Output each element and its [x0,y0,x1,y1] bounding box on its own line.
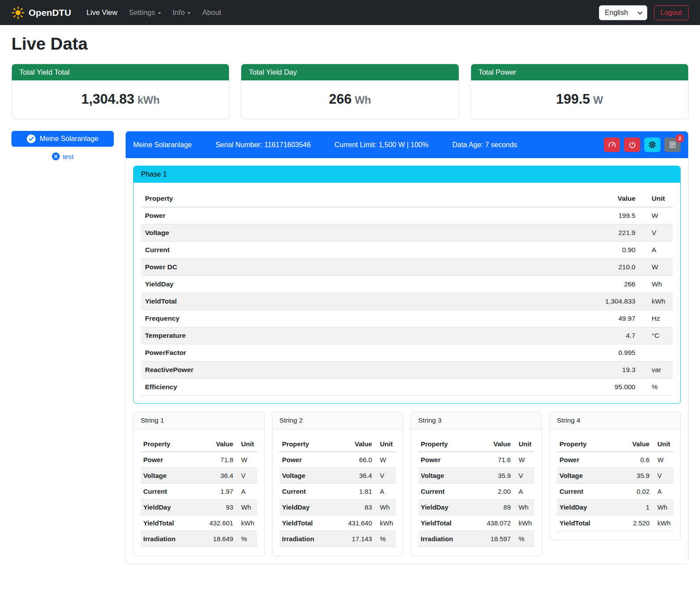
property-cell: Current [418,484,472,499]
summary-cards-row: Total Yield Total 1,304.83kWh Total Yiel… [11,64,689,119]
unit-cell: Wh [375,499,396,515]
table-row: Power 71.8 W [141,452,257,468]
property-cell: YieldTotal [279,515,333,531]
unit-cell: kWh [513,515,534,531]
table-row: Power DC 210.0 W [141,259,673,276]
column-header-value: Value [438,190,639,207]
unit-cell: V [375,468,396,484]
test-inverter-link[interactable]: test [11,152,114,160]
table-row: Current 1.97 A [141,484,257,499]
nav-item-live-view[interactable]: Live View [81,5,123,20]
table-row: YieldDay 1 Wh [557,499,673,515]
column-header-property: Property [557,436,615,452]
value-cell: 221.9 [438,224,639,242]
unit-cell: W [639,259,673,276]
property-cell: Current [557,484,615,499]
unit-cell: W [652,452,673,468]
column-header-value: Value [472,436,514,452]
table-row: YieldTotal 431.640 kWh [279,515,396,531]
table-row: Irradiation 17.143 % [279,531,396,547]
nav-item-about[interactable]: About [196,5,227,20]
table-header-row: Property Value Unit [141,436,257,452]
unit-cell: A [375,484,396,499]
property-cell: YieldDay [557,499,615,515]
table-header-row: Property Value Unit [141,190,673,207]
unit-cell: kWh [375,515,396,531]
property-cell: Current [279,484,333,499]
language-select-value: English [605,9,628,17]
power-icon [628,141,636,149]
total-yield-total-value: 1,304.83 [81,91,134,107]
language-select[interactable]: English [599,5,647,20]
card-title: Total Yield Day [241,64,458,80]
string-2-card: String 2 Property Value Unit [272,412,403,556]
unit-cell [639,344,673,362]
total-power-card: Total Power 199.5W [471,64,689,119]
inverter-actions: 2 [604,137,681,152]
value-cell: 210.0 [438,259,639,276]
string-1-title: String 1 [134,412,264,429]
table-row: YieldTotal 2.520 kWh [557,515,673,531]
column-header-property: Property [141,190,438,207]
value-cell: 17.143 [333,531,375,547]
property-cell: YieldDay [418,499,472,515]
property-cell: YieldTotal [557,515,615,531]
unit-cell: kWh [639,293,673,310]
property-cell: Power [418,452,472,468]
top-navbar: OpenDTU Live View Settings Info About En… [0,0,700,25]
phase-1-title: Phase 1 [134,166,680,183]
unit-cell: Wh [236,499,257,515]
inverter-card-header: Meine Solaranlage Serial Number: 1161716… [126,131,688,158]
power-toggle-button[interactable] [624,137,640,152]
column-header-value: Value [333,436,375,452]
nav-links: Live View Settings Info About [81,5,227,20]
limit-settings-button[interactable] [604,137,620,152]
table-row: Voltage 221.9 V [141,224,673,242]
unit-cell: % [513,531,534,547]
nav-item-info[interactable]: Info [167,5,197,20]
table-row: Frequency 49.97 Hz [141,310,673,327]
column-header-unit: Unit [639,190,673,207]
logout-button[interactable]: Logout [654,5,689,20]
brand[interactable]: OpenDTU [11,6,71,19]
table-row: Current 1.81 A [279,484,396,499]
unit-cell: A [652,484,673,499]
property-cell: Irradiation [418,531,472,547]
value-cell: 49.97 [438,310,639,327]
total-yield-day-unit: Wh [355,94,371,106]
unit-cell: var [639,362,673,379]
inverter-sidebar: Meine Solaranlage test [11,131,114,160]
table-row: Irradiation 18.649 % [141,531,257,547]
page-title: Live Data [11,34,689,54]
table-row: YieldDay 93 Wh [141,499,257,515]
event-log-button[interactable]: 2 [664,137,681,152]
nav-item-settings[interactable]: Settings [123,5,167,20]
unit-cell: Hz [639,310,673,327]
value-cell: 1.81 [333,484,375,499]
property-cell: Voltage [279,468,333,484]
unit-cell: A [236,484,257,499]
string-2-table: Property Value Unit Power [279,436,396,547]
device-info-button[interactable] [644,137,660,152]
table-row: Voltage 35.9 V [418,468,535,484]
chevron-down-icon [187,12,191,14]
value-cell: 93 [194,499,236,515]
property-cell: ReactivePower [141,362,438,379]
string-4-title: String 4 [550,412,680,429]
unit-cell: °C [639,327,673,344]
total-yield-total-unit: kWh [138,94,160,106]
property-cell: Current [141,484,194,499]
chevron-down-icon [638,9,642,14]
value-cell: 1.97 [194,484,236,499]
inverter-select-button[interactable]: Meine Solaranlage [11,131,114,147]
string-3-title: String 3 [411,412,542,429]
value-cell: 71.6 [472,452,514,468]
table-row: Temperature 4.7 °C [141,327,673,344]
inverter-card-body: Phase 1 Property Value Unit [126,158,688,564]
column-header-unit: Unit [652,436,673,452]
property-cell: Irradiation [141,531,194,547]
inverter-limit: Current Limit: 1,500 W | 100% [334,141,428,149]
value-cell: 18.597 [472,531,514,547]
table-row: Power 71.6 W [418,452,535,468]
string-2-title: String 2 [272,412,403,429]
